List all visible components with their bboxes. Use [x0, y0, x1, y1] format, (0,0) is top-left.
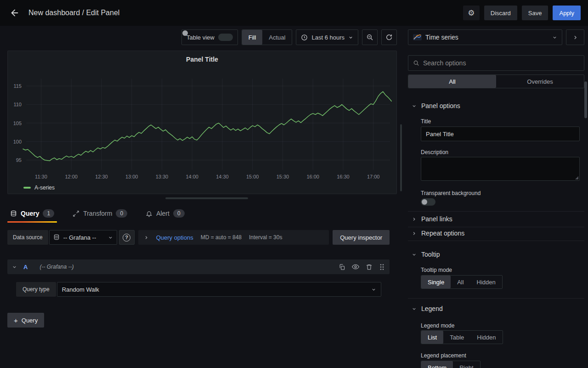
tab-query-count: 1	[43, 209, 54, 218]
pane-splitter[interactable]	[398, 26, 404, 368]
svg-text:95: 95	[16, 157, 22, 163]
panel-settings-button[interactable]: ⚙	[463, 6, 480, 20]
section-heading: Panel links	[421, 215, 452, 223]
collapse-pane-button[interactable]	[566, 29, 584, 45]
refresh-button[interactable]	[381, 29, 397, 45]
options-search-input[interactable]	[423, 59, 579, 67]
panel-title-input[interactable]	[421, 126, 580, 141]
section-repeat-options[interactable]: Repeat options	[412, 230, 464, 237]
splitter-thumb[interactable]	[400, 124, 402, 191]
option-hidden[interactable]: Hidden	[470, 276, 502, 288]
section-heading: Panel options	[421, 102, 460, 109]
fill-actual-switch: FillActual	[242, 29, 293, 45]
query-type-select[interactable]: Random Walk	[57, 282, 381, 297]
option-hidden[interactable]: Hidden	[470, 331, 502, 344]
transform-icon	[73, 210, 79, 217]
section-legend[interactable]: Legend	[412, 305, 443, 312]
delete-query-trash-icon[interactable]	[366, 264, 373, 270]
collapse-chevron-icon[interactable]	[12, 264, 17, 270]
datasource-row: Data source -- Grafana -- ? Query option…	[7, 230, 390, 245]
chart-legend[interactable]: A-series	[23, 184, 55, 191]
svg-text:14:30: 14:30	[216, 174, 229, 179]
query-options-bar: Query options MD = auto = 848 Interval =…	[138, 230, 329, 245]
svg-text:16:30: 16:30	[337, 174, 350, 179]
option-table[interactable]: Table	[443, 331, 470, 344]
options-scrollbar[interactable]	[584, 81, 587, 118]
options-search	[408, 55, 584, 71]
table-view-toggle[interactable]	[218, 34, 233, 41]
svg-text:15:30: 15:30	[277, 174, 289, 179]
svg-text:17:00: 17:00	[367, 174, 380, 179]
gear-icon: ⚙	[468, 9, 475, 17]
question-circle-icon: ?	[123, 234, 130, 242]
option-all[interactable]: All	[451, 276, 470, 288]
svg-text:16:00: 16:00	[306, 174, 319, 179]
section-heading: Legend	[421, 305, 443, 312]
apply-button[interactable]: Apply	[553, 6, 581, 20]
database-icon	[10, 210, 17, 217]
section-heading: Tooltip	[421, 251, 440, 258]
drag-grip-icon[interactable]	[379, 264, 385, 270]
query-datasource-hint: (-- Grafana --)	[40, 264, 334, 270]
option-overrides[interactable]: Overrides	[496, 75, 584, 88]
option-actual[interactable]: Actual	[262, 30, 292, 45]
query-ref-id[interactable]: A	[23, 264, 28, 270]
time-range-picker[interactable]: Last 6 hours	[296, 29, 358, 45]
duplicate-query-icon[interactable]	[339, 264, 345, 270]
visualization-picker[interactable]: Time series	[408, 29, 562, 45]
visualization-row: Time series	[408, 29, 584, 45]
chevron-right-icon	[412, 231, 417, 236]
chevron-right-icon	[412, 217, 417, 222]
back-button[interactable]	[7, 6, 22, 20]
svg-text:110: 110	[13, 102, 22, 107]
datasource-picker[interactable]: -- Grafana --	[49, 230, 117, 245]
hide-query-eye-icon[interactable]	[352, 263, 359, 270]
title-field-label: Title	[421, 118, 431, 125]
svg-text:12:30: 12:30	[95, 174, 108, 179]
datasource-value: -- Grafana --	[63, 234, 104, 241]
table-view-control: Table view	[181, 29, 238, 45]
main-area: Table view FillActual Last 6 hours Panel…	[0, 26, 398, 368]
tab-alert-label: Alert	[156, 210, 170, 217]
section-heading: Repeat options	[421, 230, 464, 237]
panel-resize-handle[interactable]	[165, 197, 248, 199]
save-button[interactable]: Save	[522, 6, 548, 20]
option-all[interactable]: All	[408, 75, 496, 88]
discard-button[interactable]: Discard	[484, 6, 517, 20]
timeseries-chart[interactable]: 9510010511011511:3012:0012:3013:0013:301…	[8, 51, 397, 195]
plus-icon: +	[14, 316, 18, 324]
section-tooltip[interactable]: Tooltip	[412, 251, 440, 258]
tab-query[interactable]: Query 1	[7, 204, 57, 223]
top-header: New dashboard / Edit Panel ⚙ Discard Sav…	[0, 0, 588, 26]
option-single[interactable]: Single	[421, 276, 451, 288]
option-list[interactable]: List	[421, 331, 443, 344]
option-bottom[interactable]: Bottom	[421, 361, 453, 368]
section-panel-links[interactable]: Panel links	[412, 215, 452, 223]
legend-swatch	[23, 187, 31, 189]
options-pane: Time series AllOverrides Panel options T…	[404, 26, 588, 368]
chevron-down-icon	[371, 287, 376, 292]
timeseries-viz-icon	[413, 34, 422, 40]
tooltip-mode-switch: SingleAllHidden	[421, 275, 503, 289]
transparent-bg-toggle[interactable]	[421, 198, 435, 206]
query-type-value: Random Walk	[62, 286, 371, 293]
panel-toolbar: Table view FillActual Last 6 hours	[181, 29, 397, 45]
chevron-right-icon[interactable]	[144, 235, 149, 240]
zoom-out-button[interactable]	[362, 29, 378, 45]
chevron-down-icon	[412, 104, 417, 109]
description-textarea[interactable]	[421, 157, 580, 181]
tab-transform[interactable]: Transform 0	[70, 204, 130, 223]
datasource-help-button[interactable]: ?	[119, 230, 135, 245]
option-fill[interactable]: Fill	[242, 30, 263, 45]
svg-text:13:30: 13:30	[156, 174, 169, 179]
option-right[interactable]: Right	[453, 361, 480, 368]
tab-alert[interactable]: Alert 0	[143, 204, 187, 223]
divider	[408, 241, 584, 241]
query-inspector-button[interactable]: Query inspector	[333, 230, 390, 245]
legend-mode-label: Legend mode	[421, 322, 454, 329]
query-options-link[interactable]: Query options	[156, 234, 193, 241]
add-query-button[interactable]: + Query	[7, 313, 44, 328]
legend-label: A-series	[34, 184, 55, 191]
section-panel-options[interactable]: Panel options	[412, 102, 460, 109]
clock-icon	[301, 34, 308, 41]
